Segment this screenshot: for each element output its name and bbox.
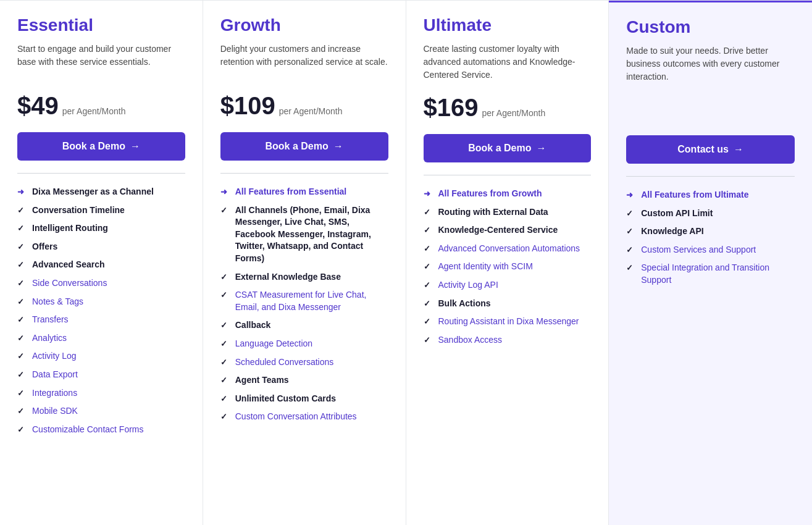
list-item: ✓Unlimited Custom Cards [220,393,388,405]
list-item: ✓Sandbox Access [424,334,592,346]
list-item: ✓Knowledge-Centered Service [424,224,592,237]
check-icon: ✓ [17,259,27,271]
feature-label-growth-3: CSAT Measurement for Live Chat, Email, a… [235,289,388,313]
feature-label-essential-12: Mobile SDK [32,405,78,418]
list-item: ✓Customizable Contact Forms [17,424,185,436]
feature-label-ultimate-7: Routing Assistant in Dixa Messenger [438,316,579,328]
list-item: ✓Activity Log [17,350,185,363]
list-item: ➜All Features from Essential [220,186,388,198]
check-icon: ✓ [626,262,636,274]
feature-label-ultimate-8: Sandbox Access [438,334,503,346]
divider-ultimate [424,175,592,175]
list-item: ✓Advanced Conversation Automations [424,243,592,255]
price-amount-growth: $109 [220,92,275,120]
plan-desc-ultimate: Create lasting customer loyalty with adv… [424,43,592,82]
check-icon: ✓ [220,375,230,386]
list-item: ✓Bulk Actions [424,298,592,310]
arrow-icon: ➜ [626,190,636,201]
check-icon: ✓ [17,296,27,308]
list-item: ✓All Channels (Phone, Email, Dixa Messen… [220,204,388,265]
feature-label-ultimate-4: Agent Identity with SCIM [438,261,533,273]
arrow-icon: ➜ [220,187,230,198]
cta-button-ultimate[interactable]: Book a Demo→ [424,134,592,162]
list-item: ✓Advanced Search [17,259,185,271]
list-item: ✓Side Conversations [17,277,185,290]
divider-custom [626,176,795,177]
check-icon: ✓ [17,223,27,234]
list-item: ✓Routing with External Data [424,206,592,219]
cta-label-growth: Book a Demo [266,141,329,152]
cta-arrow-essential: → [130,141,140,152]
feature-label-essential-5: Side Conversations [32,277,107,290]
check-icon: ✓ [220,290,230,301]
list-item: ✓Notes & Tags [17,296,185,308]
pricing-grid: EssentialStart to engage and build your … [0,0,812,525]
feature-label-ultimate-5: Activity Log API [438,279,498,292]
check-icon: ✓ [17,314,27,326]
feature-label-ultimate-2: Knowledge-Centered Service [438,224,558,237]
price-amount-ultimate: $169 [424,94,479,122]
price-period-growth: per Agent/Month [279,106,343,116]
feature-label-ultimate-1: Routing with External Data [438,206,548,219]
list-item: ✓Integrations [17,387,185,400]
feature-label-essential-10: Data Export [32,369,78,381]
feature-label-growth-7: Agent Teams [235,374,289,387]
plan-title-ultimate: Ultimate [424,15,592,35]
feature-label-essential-9: Activity Log [32,350,77,363]
plan-col-custom: CustomMade to suit your needs. Drive bet… [609,1,812,525]
list-item: ✓Callback [220,319,388,332]
list-item: ✓Analytics [17,332,185,345]
price-row-essential: $49per Agent/Month [17,92,185,120]
feature-label-essential-7: Transfers [32,314,69,326]
price-period-ultimate: per Agent/Month [482,108,545,118]
cta-label-ultimate: Book a Demo [468,143,531,154]
plan-desc-essential: Start to engage and build your customer … [17,43,185,80]
check-icon: ✓ [424,243,433,254]
list-item: ➜All Features from Ultimate [626,189,795,201]
feature-list-ultimate: ➜All Features from Growth✓Routing with E… [424,188,592,346]
check-icon: ✓ [424,298,433,309]
check-icon: ✓ [17,424,27,435]
feature-label-growth-6: Scheduled Conversations [235,356,334,369]
cta-button-growth[interactable]: Book a Demo→ [220,132,388,161]
feature-label-custom-1: Custom API Limit [641,208,713,220]
feature-label-essential-8: Analytics [32,332,67,345]
list-item: ✓Language Detection [220,338,388,350]
list-item: ✓Knowledge API [626,225,795,238]
check-icon: ✓ [220,411,230,422]
feature-label-custom-3: Custom Services and Support [641,244,756,256]
list-item: ✓CSAT Measurement for Live Chat, Email, … [220,289,388,313]
check-icon: ✓ [17,333,27,344]
list-item: ✓Routing Assistant in Dixa Messenger [424,316,592,328]
feature-label-essential-6: Notes & Tags [32,296,83,308]
plan-desc-growth: Delight your customers and increase rete… [220,43,388,80]
list-item: ✓Offers [17,241,185,253]
plan-col-growth: GrowthDelight your customers and increas… [203,1,406,525]
list-item: ✓Conversation Timeline [17,204,185,217]
cta-arrow-growth: → [333,141,343,152]
check-icon: ✓ [424,261,433,272]
check-icon: ✓ [17,351,27,362]
list-item: ✓Agent Identity with SCIM [424,261,592,273]
check-icon: ✓ [220,393,230,405]
feature-list-growth: ➜All Features from Essential✓All Channel… [220,186,388,423]
cta-button-essential[interactable]: Book a Demo→ [17,132,185,161]
plan-desc-custom: Made to suit your needs. Drive better bu… [626,44,795,83]
feature-label-ultimate-6: Bulk Actions [438,298,491,310]
plan-title-essential: Essential [17,15,185,35]
list-item: ➜Dixa Messenger as a Channel [17,186,185,198]
cta-label-custom: Contact us [677,144,729,155]
list-item: ➜All Features from Growth [424,188,592,200]
cta-label-essential: Book a Demo [62,141,125,152]
check-icon: ✓ [220,320,230,331]
check-icon: ✓ [626,208,636,219]
check-icon: ✓ [17,205,27,216]
check-icon: ✓ [424,280,433,291]
list-item: ✓Special Integration and Transition Supp… [626,262,795,286]
feature-label-growth-2: External Knowledge Base [235,271,341,284]
price-amount-essential: $49 [17,92,59,120]
list-item: ✓Activity Log API [424,279,592,292]
cta-button-custom[interactable]: Contact us→ [626,135,795,164]
feature-label-ultimate-0: All Features from Growth [438,188,542,200]
arrow-icon: ➜ [424,188,433,200]
